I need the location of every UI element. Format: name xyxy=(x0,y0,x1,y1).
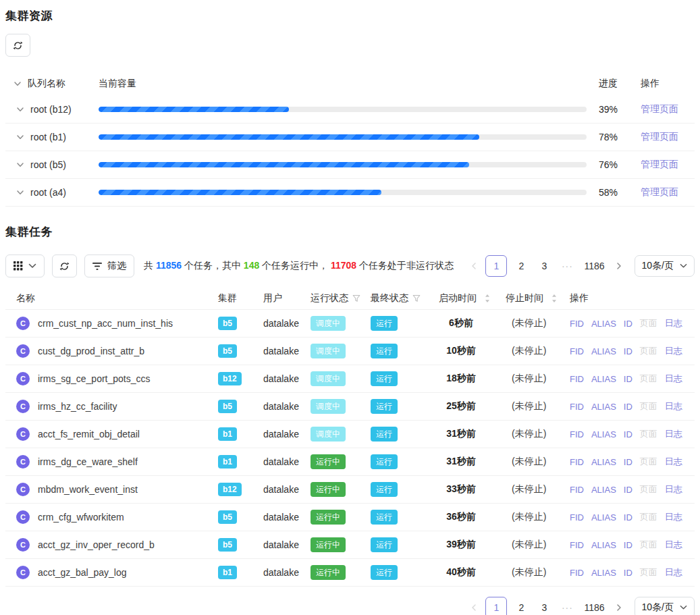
alias-link[interactable]: ALIAS xyxy=(591,512,616,523)
id-link[interactable]: ID xyxy=(624,319,632,329)
run-status-badge: 调度中 xyxy=(311,344,346,358)
columns-dropdown-button[interactable] xyxy=(5,255,45,277)
page-3-button[interactable]: 3 xyxy=(535,597,553,615)
expand-all-chevron-icon[interactable] xyxy=(14,80,22,88)
fid-link[interactable]: FID xyxy=(570,402,584,412)
page-link-disabled: 页面 xyxy=(640,566,657,579)
sort-carets-icon[interactable] xyxy=(485,294,490,302)
filter-button[interactable]: 筛选 xyxy=(84,255,134,277)
queue-name: root (b5) xyxy=(30,159,66,170)
log-link[interactable]: 日志 xyxy=(665,317,682,329)
sort-carets-icon[interactable] xyxy=(551,294,557,302)
funnel-filter-icon[interactable] xyxy=(352,294,360,302)
page-1-button[interactable]: 1 xyxy=(485,255,507,277)
task-avatar: C xyxy=(16,344,30,358)
fid-link[interactable]: FID xyxy=(570,319,584,329)
page-size-select[interactable]: 10条/页 xyxy=(635,255,695,277)
log-link[interactable]: 日志 xyxy=(665,373,682,385)
fid-link[interactable]: FID xyxy=(570,374,584,384)
alias-link[interactable]: ALIAS xyxy=(591,319,616,329)
id-link[interactable]: ID xyxy=(624,374,632,384)
resources-table: 队列名称 当前容量 进度 操作 root (b12) 39% 管理页面 root… xyxy=(5,72,695,207)
final-status-badge: 运行 xyxy=(371,371,398,386)
alias-link[interactable]: ALIAS xyxy=(591,485,616,495)
id-link[interactable]: ID xyxy=(624,568,632,578)
resource-actions-header: 操作 xyxy=(632,78,695,90)
log-link[interactable]: 日志 xyxy=(665,539,682,551)
run-status-header: 运行状态 xyxy=(311,292,348,304)
task-user: datalake xyxy=(263,373,311,384)
alias-link[interactable]: ALIAS xyxy=(591,568,616,578)
prev-page-button[interactable] xyxy=(468,604,480,612)
capacity-header: 当前容量 xyxy=(99,78,592,90)
page-2-button[interactable]: 2 xyxy=(512,255,530,277)
expand-row-chevron-icon[interactable] xyxy=(16,188,24,196)
manage-page-link[interactable]: 管理页面 xyxy=(641,103,678,114)
id-link[interactable]: ID xyxy=(624,457,632,467)
prev-page-button[interactable] xyxy=(468,262,480,270)
manage-page-link[interactable]: 管理页面 xyxy=(641,186,678,197)
fid-link[interactable]: FID xyxy=(570,457,584,467)
next-page-button[interactable] xyxy=(613,262,625,270)
log-link[interactable]: 日志 xyxy=(665,345,682,357)
resources-refresh-button[interactable] xyxy=(5,34,30,57)
log-link[interactable]: 日志 xyxy=(665,428,682,440)
fid-link[interactable]: FID xyxy=(570,540,584,550)
start-time: 31秒前 xyxy=(432,428,500,440)
name-header: 名称 xyxy=(5,292,218,304)
alias-link[interactable]: ALIAS xyxy=(591,402,616,412)
id-link[interactable]: ID xyxy=(624,429,632,439)
last-page-button[interactable]: 1186 xyxy=(581,255,607,277)
fid-link[interactable]: FID xyxy=(570,346,584,356)
alias-link[interactable]: ALIAS xyxy=(591,429,616,439)
expand-row-chevron-icon[interactable] xyxy=(16,161,24,169)
stop-time: (未停止) xyxy=(500,345,566,357)
task-user: datalake xyxy=(263,401,311,412)
id-link[interactable]: ID xyxy=(624,540,632,550)
page-1-button[interactable]: 1 xyxy=(485,597,507,615)
id-link[interactable]: ID xyxy=(624,485,632,495)
log-link[interactable]: 日志 xyxy=(665,456,682,468)
page-size-select[interactable]: 10条/页 xyxy=(635,597,695,615)
next-page-button[interactable] xyxy=(613,604,625,612)
capacity-progress-bar xyxy=(99,107,587,112)
alias-link[interactable]: ALIAS xyxy=(591,457,616,467)
expand-row-chevron-icon[interactable] xyxy=(16,133,24,141)
page-3-button[interactable]: 3 xyxy=(535,255,553,277)
task-row: C acct_gz_inv_oper_record_b b5 datalake … xyxy=(5,531,695,559)
start-time: 36秒前 xyxy=(432,511,500,523)
final-status-badge: 运行 xyxy=(371,482,398,497)
alias-link[interactable]: ALIAS xyxy=(591,374,616,384)
fid-link[interactable]: FID xyxy=(570,485,584,495)
alias-link[interactable]: ALIAS xyxy=(591,346,616,356)
fid-link[interactable]: FID xyxy=(570,512,584,523)
expand-row-chevron-icon[interactable] xyxy=(16,105,24,113)
page-ellipsis[interactable]: ··· xyxy=(558,597,576,615)
manage-page-link[interactable]: 管理页面 xyxy=(641,131,678,142)
last-page-button[interactable]: 1186 xyxy=(581,597,607,615)
stop-time: (未停止) xyxy=(500,456,566,468)
log-link[interactable]: 日志 xyxy=(665,511,682,523)
id-link[interactable]: ID xyxy=(624,402,632,412)
fid-link[interactable]: FID xyxy=(570,429,584,439)
tasks-table-header: 名称 集群 用户 运行状态 最终状态 启动时间 停止时间 操作 xyxy=(5,287,695,310)
log-link[interactable]: 日志 xyxy=(665,566,682,579)
log-link[interactable]: 日志 xyxy=(665,483,682,496)
page-2-button[interactable]: 2 xyxy=(512,597,530,615)
alias-link[interactable]: ALIAS xyxy=(591,540,616,550)
page-ellipsis[interactable]: ··· xyxy=(558,255,576,277)
task-user: datalake xyxy=(263,346,311,356)
id-link[interactable]: ID xyxy=(624,346,632,356)
progress-header: 进度 xyxy=(592,78,632,90)
funnel-filter-icon[interactable] xyxy=(412,294,421,302)
manage-page-link[interactable]: 管理页面 xyxy=(641,159,678,169)
id-link[interactable]: ID xyxy=(624,512,632,523)
log-link[interactable]: 日志 xyxy=(665,400,682,412)
run-status-badge: 运行中 xyxy=(311,565,346,580)
tasks-refresh-button[interactable] xyxy=(52,255,77,277)
filter-lines-icon xyxy=(92,262,102,271)
fid-link[interactable]: FID xyxy=(570,568,584,578)
cluster-dashboard: 集群资源 队列名称 当前容量 进度 操作 root (b12) 39% 管理页面 xyxy=(5,0,695,615)
task-avatar: C xyxy=(16,510,30,524)
progress-percent: 78% xyxy=(592,132,632,142)
